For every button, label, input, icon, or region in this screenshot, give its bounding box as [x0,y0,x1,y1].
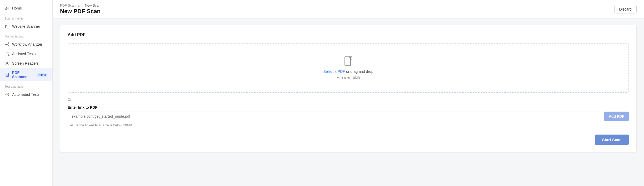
or-divider: Or [68,98,629,102]
breadcrumb-current: New Scan [85,3,100,7]
link-hint: Ensure the linked PDF size is below 10MB [68,123,629,127]
breadcrumb-root: PDF Scanner [60,3,81,7]
sidebar-item-website-scanner[interactable]: Website Scanner [0,22,52,31]
start-scan-button[interactable]: Start Scan [595,135,629,145]
test-automation-section-label: Test automation [0,81,52,90]
sidebar-item-workflow-analyzer[interactable]: Workflow Analyzer [0,40,52,49]
home-icon [5,6,9,11]
pdf-dropzone[interactable]: Select a PDF or drag and drop Max size 1… [68,43,629,93]
header-left: PDF Scanner › New Scan New PDF Scan [60,3,101,15]
dropzone-subtext: Max size 10MB [337,76,360,80]
svg-point-6 [8,54,9,55]
main-content: PDF Scanner › New Scan New PDF Scan Disc… [53,0,644,186]
dropzone-text: Select a PDF or drag and drop [323,69,373,74]
sidebar-item-screen-readers[interactable]: Screen Readers [0,59,52,68]
card-footer: Start Scan [68,135,629,145]
discard-button[interactable]: Discard [614,5,637,13]
dropzone-select-link[interactable]: Select a PDF [323,69,345,74]
sidebar-automated-tests-label: Automated Tests [12,92,39,97]
svg-point-2 [7,25,7,26]
svg-point-1 [6,25,6,26]
svg-point-5 [8,45,9,46]
dropzone-drag-text: or drag and drop [345,69,373,74]
link-label: Enter link to PDF [68,105,629,109]
sidebar-workflow-analyzer-label: Workflow Analyzer [12,42,42,46]
link-input-row: Add PDF [68,112,629,121]
breadcrumb: PDF Scanner › New Scan [60,3,101,7]
svg-point-4 [8,42,9,43]
sidebar-screen-readers-label: Screen Readers [12,61,39,65]
sidebar-assisted-tests-label: Assisted Tests [12,52,36,56]
manual-testing-section-label: Manual testing [0,31,52,40]
file-icon [344,56,353,66]
header: PDF Scanner › New Scan New PDF Scan Disc… [53,0,644,18]
pdf-link-input[interactable] [68,112,601,121]
sidebar-website-scanner-label: Website Scanner [12,24,40,28]
svg-point-3 [5,44,6,45]
alpha-badge: Alpha [37,73,48,77]
automated-tests-icon [5,92,9,97]
sidebar-item-assisted-tests[interactable]: Assisted Tests [0,49,52,59]
add-pdf-button[interactable]: Add PDF [604,112,629,121]
page-title: New PDF Scan [60,8,101,15]
sidebar-item-home[interactable]: Home [0,3,52,13]
content-area: Add PDF Select a PDF or drag and drop Ma… [53,18,644,186]
scan-monitor-section-label: Scan & monitor [0,13,52,22]
card-title: Add PDF [68,32,629,37]
sidebar-item-automated-tests[interactable]: Automated Tests [0,90,52,99]
breadcrumb-separator: › [82,3,83,7]
svg-rect-10 [345,57,351,66]
screen-readers-icon [5,61,9,66]
assisted-tests-icon [5,51,9,56]
sidebar-home-label: Home [12,6,22,10]
add-pdf-card: Add PDF Select a PDF or drag and drop Ma… [60,25,637,152]
workflow-analyzer-icon [5,42,9,47]
sidebar: Home Scan & monitor Website Scanner Manu… [0,0,53,186]
pdf-scanner-icon [5,72,9,77]
website-scanner-icon [5,24,9,29]
sidebar-item-pdf-scanner[interactable]: PDF Scanner Alpha [0,68,52,81]
sidebar-pdf-scanner-label: PDF Scanner [12,70,32,79]
